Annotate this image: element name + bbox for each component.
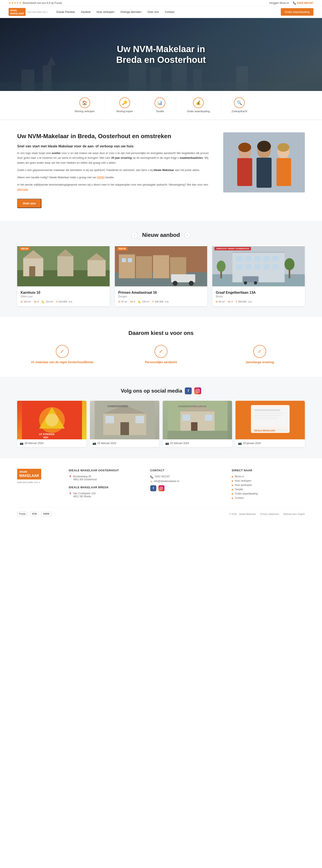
nav-overige-diensten[interactable]: Overige diensten <box>120 10 142 13</box>
rating-stars: ★★★★★ <box>8 1 22 4</box>
team-photo-svg <box>223 132 305 192</box>
waardepaling-label: Gratis waardepaling <box>187 110 210 113</box>
logo-tagline: loopt veel sneller voor u <box>27 11 48 13</box>
listing-card[interactable]: NIEUW Karnhuis 10 Etten-Leur ⊞153 m² 🛏6 … <box>17 245 110 306</box>
listing-specs: ⊞83 m² 🛏4 €350.000 - k.k. <box>216 300 301 303</box>
logo-line1: ideale <box>10 9 24 12</box>
svg-rect-71 <box>120 422 129 435</box>
afspraak-link[interactable]: afspraak <box>17 188 28 191</box>
footer-link-move[interactable]: ▶Move.nl <box>232 475 305 478</box>
svg-rect-25 <box>57 256 74 276</box>
footer-logo-line2: MAKELAAR <box>19 474 39 478</box>
footer-link-huis-aankopen[interactable]: ▶Huis aankopen <box>232 484 305 487</box>
nav-links: Sneak Preview Aanbod Huis verkopen Overi… <box>56 8 314 16</box>
footer-link-taxatie[interactable]: ▶Taxatie <box>232 488 305 491</box>
svg-rect-37 <box>128 258 132 262</box>
svg-rect-81 <box>168 431 228 439</box>
footer-direct-title: DIRECT NAAR <box>232 469 305 472</box>
service-gratis-waardepaling[interactable]: 💰 Gratis waardepaling <box>176 95 221 115</box>
woning-verkopen-label: Woning verkopen <box>75 110 95 113</box>
listing-name: Prinses Amaliastraat 16 <box>118 291 204 294</box>
svg-rect-79 <box>182 415 190 421</box>
waarom-item-1: ✓ #1 makelaar van de regio Oosterhout/Br… <box>17 345 107 364</box>
nwwi-link[interactable]: NWWi <box>97 176 105 179</box>
social-date-icon: 📷 <box>20 441 23 445</box>
footer-phone-link[interactable]: 0162-462187 <box>155 475 170 478</box>
listing-card[interactable]: VERKOCHT ONDER VOORBEHOUD Graaf Engelber… <box>212 245 305 306</box>
taxatie-icon: 📊 <box>154 97 165 108</box>
nav-cta-button[interactable]: Gratis waardepaling <box>281 8 314 16</box>
over-ons-button[interactable]: Over ons <box>17 199 41 208</box>
social-header: Volg ons op social media f <box>17 388 305 394</box>
footer-email-link[interactable]: info@idealemakelar.nl <box>154 480 179 483</box>
footer-link-huis-verkopen[interactable]: ▶Huis verkopen <box>232 479 305 482</box>
facebook-icon[interactable]: f <box>185 388 192 394</box>
svg-rect-16 <box>276 158 291 186</box>
footer-phone[interactable]: 📞 0162-462187 <box>150 475 223 478</box>
svg-rect-53 <box>264 264 270 269</box>
about-subtitle: Snel van start met Ideale Makelaar voor … <box>17 144 215 148</box>
listing-specs: ⊞97 m² 🛏3 📐133 m² €345.000 - k.k. <box>118 300 204 303</box>
social-post-2[interactable]: HANDIGRAVERS 📷 02 februari 2024 <box>90 401 159 447</box>
hero-title: Uw NVM-Makelaar in Breda en Oosterhout <box>116 44 206 65</box>
social-grid: UT STROKEN 2024 📷 09 februari 2024 <box>17 401 305 447</box>
footer-email[interactable]: ✉ info@idealemakelar.nl <box>150 480 223 483</box>
social-date-text: 29 januari 2024 <box>243 442 261 445</box>
social-date-icon: 📷 <box>165 441 169 445</box>
rating-area: ★★★★★ Beoordeeld met een 8,9 op Funda <box>8 1 62 4</box>
svg-point-65 <box>46 414 58 427</box>
logo-area[interactable]: ideale MAKELAAR loopt veel sneller voor … <box>8 8 48 16</box>
spec-plot: 📐133 m² <box>138 300 149 303</box>
social-date-text: 02 februari 2024 <box>97 442 116 445</box>
spec-rooms: 🛏3 <box>130 300 135 303</box>
social-post-3[interactable]: OVERKROETENLAAN 66 📷 01 februari 2024 <box>163 401 232 447</box>
nav-aanbod[interactable]: Aanbod <box>81 10 91 13</box>
service-woning-kopen[interactable]: 🔑 Woning kopen <box>106 95 144 115</box>
service-zoekopdracht[interactable]: 🔍 Zoekopdracht <box>221 95 258 115</box>
svg-rect-50 <box>237 264 242 269</box>
footer-grid: ideale MAKELAAR loopt veel sneller voor … <box>17 469 305 501</box>
footer-breda-address: 📍 Van Coothplein 1034811 ND Breda <box>69 492 142 498</box>
nav-sneak-preview[interactable]: Sneak Preview <box>56 10 75 13</box>
check-icon-1: ✓ <box>56 345 69 358</box>
svg-rect-52 <box>255 264 261 269</box>
svg-rect-73 <box>136 416 144 423</box>
privacy-link[interactable]: Privacy statement <box>260 513 279 515</box>
phone-top[interactable]: 📞 0162-462187 <box>293 1 314 4</box>
nav-contact[interactable]: Contact <box>165 10 175 13</box>
svg-rect-33 <box>136 256 152 278</box>
social-post-1[interactable]: UT STROKEN 2024 📷 09 februari 2024 <box>17 401 87 447</box>
nav-huis-verkopen[interactable]: Huis verkopen <box>96 10 114 13</box>
listing-card[interactable]: NIEUW Prinses Amaliastraat 16 Dongen ⊞97… <box>115 245 207 306</box>
social-title: Volg ons op social media <box>121 388 182 394</box>
svg-rect-87 <box>254 412 284 414</box>
nvm-logo: NVM <box>30 512 39 516</box>
website-credit[interactable]: Website door Togate <box>283 513 305 515</box>
about-body-4: In het eerste vrijblijvende kennismaking… <box>17 182 215 192</box>
social-post-4[interactable]: IDEALE MAKELAAR 📷 29 januari 2024 <box>235 401 305 447</box>
login-link[interactable]: Inloggen Move.nl <box>269 1 289 4</box>
spec-rooms: 🛏6 <box>34 300 39 303</box>
instagram-icon[interactable] <box>194 388 201 394</box>
footer-offices-col: IDEALE MAKELAAR OOSTERHOUT 📍 Bredaseweg … <box>69 469 142 501</box>
footer-facebook-icon[interactable]: f <box>150 485 156 491</box>
service-woning-verkopen[interactable]: 🏠 Woning verkopen <box>64 95 106 115</box>
footer-link-contact[interactable]: ▶Contact <box>232 496 305 499</box>
svg-rect-55 <box>242 276 259 282</box>
rating-text: Beoordeeld met een 8,9 op Funda <box>23 1 62 4</box>
svg-point-40 <box>189 281 194 285</box>
footer-link-waardepaling[interactable]: ▶Gratis waardepaling <box>232 492 305 495</box>
logo-line2: MAKELAAR <box>10 12 24 15</box>
footer-oosterhout-address: 📍 Bredaseweg 354901 KN Oosterhout <box>69 475 142 481</box>
social-section: Volg ons op social media f UT STROKEN 20… <box>0 377 322 458</box>
nav-over-ons[interactable]: Over ons <box>147 10 159 13</box>
listing-name: Karnhuis 10 <box>21 291 106 294</box>
service-taxatie[interactable]: 📊 Taxatie <box>144 95 176 115</box>
listings-next-arrow[interactable]: › <box>184 232 191 238</box>
social-image-3: OVERKROETENLAAN 66 <box>163 401 232 439</box>
footer-instagram-icon[interactable] <box>158 485 165 491</box>
listings-prev-arrow[interactable]: ‹ <box>131 232 138 238</box>
social-date-text: 09 februari 2024 <box>25 442 43 445</box>
email-icon: ✉ <box>150 480 152 483</box>
svg-point-19 <box>257 141 271 152</box>
